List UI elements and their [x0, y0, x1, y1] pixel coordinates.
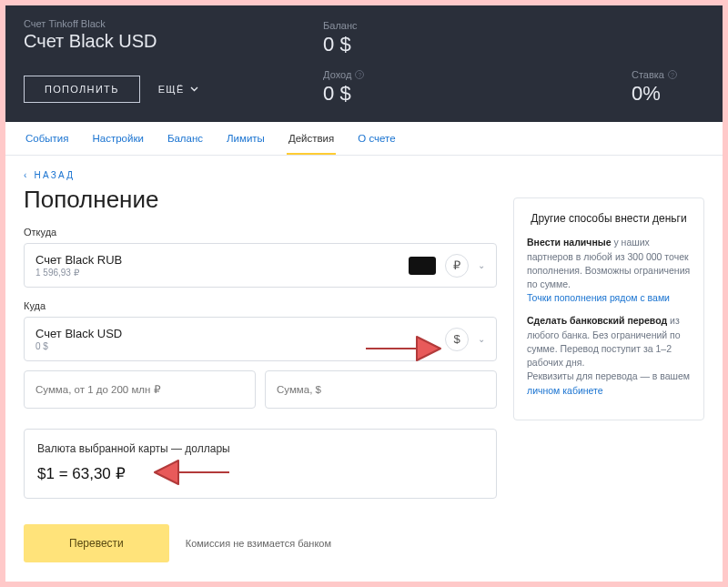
tab-0[interactable]: События: [24, 122, 70, 155]
tab-2[interactable]: Баланс: [166, 122, 205, 155]
fee-note: Комиссия не взимается банком: [186, 538, 331, 549]
wire-text2: Реквизиты для перевода — в вашем: [527, 370, 690, 381]
help-icon[interactable]: ?: [668, 70, 677, 79]
amount-rub-input[interactable]: [24, 370, 256, 409]
amount-usd-input[interactable]: [265, 370, 497, 409]
account-header: Счет Tinkoff Black Счет Black USD ПОПОЛН…: [5, 5, 723, 122]
wire-bold: Сделать банковский перевод: [527, 315, 667, 326]
to-account-select[interactable]: Счет Black USD 0 $ $ ⌄: [24, 317, 497, 361]
from-account-name: Счет Black RUB: [35, 253, 399, 267]
rate-value: 0%: [632, 82, 677, 106]
from-label: Откуда: [24, 227, 497, 238]
to-account-balance: 0 $: [35, 341, 436, 351]
from-account-select[interactable]: Счет Black RUB 1 596,93 ₽ ₽ ⌄: [24, 243, 497, 288]
to-label: Куда: [24, 300, 497, 311]
other-methods-panel: Другие способы внести деньги Внести нали…: [513, 197, 704, 420]
exchange-rate-label: Валюта выбранной карты — доллары: [37, 442, 483, 455]
more-button[interactable]: ЕЩЁ: [151, 76, 206, 103]
account-subtitle: Счет Tinkoff Black: [24, 18, 323, 29]
account-title: Счет Black USD: [24, 31, 323, 52]
cash-deposit-bold: Внести наличные: [527, 237, 612, 248]
back-label: НАЗАД: [35, 170, 76, 180]
chevron-down-icon: ⌄: [478, 334, 485, 344]
side-title: Другие способы внести деньги: [527, 211, 691, 227]
tab-3[interactable]: Лимиты: [225, 122, 267, 155]
cash-points-link[interactable]: Точки пополнения рядом с вами: [527, 292, 670, 303]
to-account-name: Счет Black USD: [35, 327, 436, 340]
help-icon[interactable]: ?: [355, 70, 364, 79]
exchange-rate-value: $1 = 63,30 ₽: [37, 464, 483, 483]
exchange-rate-box: Валюта выбранной карты — доллары $1 = 63…: [24, 429, 497, 499]
rate-label: Ставка: [632, 69, 664, 80]
card-thumbnail-icon: [409, 257, 436, 275]
tabs: СобытияНастройкиБалансЛимитыДействияО сч…: [5, 122, 723, 156]
chevron-left-icon: ‹: [24, 170, 29, 180]
chevron-down-icon: ⌄: [478, 260, 485, 270]
currency-chip: $: [445, 328, 469, 351]
tab-5[interactable]: О счете: [356, 122, 397, 155]
income-value: 0 $: [323, 82, 364, 106]
topup-button[interactable]: ПОПОЛНИТЬ: [24, 76, 140, 103]
back-link[interactable]: ‹ НАЗАД: [24, 170, 497, 180]
chevron-down-icon: [190, 86, 198, 92]
transfer-button[interactable]: Перевести: [24, 524, 169, 562]
tab-1[interactable]: Настройки: [90, 122, 145, 155]
balance-label: Баланс: [323, 20, 357, 31]
page-title: Пополнение: [24, 186, 497, 214]
balance-value: 0 $: [323, 33, 364, 56]
income-label: Доход: [323, 69, 351, 80]
tab-4[interactable]: Действия: [287, 122, 336, 155]
from-account-balance: 1 596,93 ₽: [35, 268, 399, 278]
wire-link[interactable]: личном кабинете: [527, 385, 603, 396]
more-button-label: ЕЩЁ: [158, 84, 185, 95]
currency-chip: ₽: [445, 254, 469, 278]
